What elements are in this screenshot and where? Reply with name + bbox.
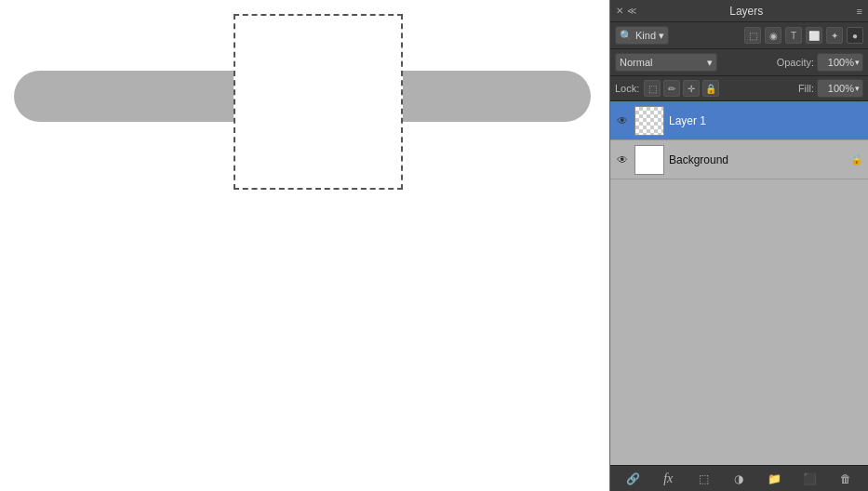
layer1-name: Layer 1	[669, 114, 863, 127]
opacity-input[interactable]: 100% ▾	[817, 53, 863, 72]
blend-mode-arrow: ▾	[707, 57, 713, 69]
background-lock-icon: 🔒	[850, 153, 863, 166]
opacity-group: Opacity: 100% ▾	[777, 53, 863, 72]
lock-transparent-button[interactable]: ⬚	[644, 80, 661, 97]
filter-smart-button[interactable]: ✦	[826, 27, 843, 44]
delete-layer-button[interactable]: 🗑	[836, 470, 855, 488]
lock-row: Lock: ⬚ ✏ ✛ 🔒 Fill: 100% ▾	[610, 76, 868, 101]
panel-title: Layers	[729, 5, 763, 18]
fill-group: Fill: 100% ▾	[798, 79, 863, 98]
layer1-visibility-toggle[interactable]: 👁	[615, 113, 630, 128]
lock-all-button[interactable]: 🔒	[702, 80, 719, 97]
filter-shape-button[interactable]: ⬜	[806, 27, 822, 44]
lock-move-button[interactable]: ✛	[683, 80, 700, 97]
blend-opacity-row: Normal ▾ Opacity: 100% ▾	[610, 49, 868, 76]
layers-panel: ✕ ≪ Layers ≡ 🔍 Kind ▾ ⬚ ◉ T ⬜ ✦ ● Normal…	[609, 0, 868, 491]
filter-pixel-button[interactable]: ⬚	[744, 27, 761, 44]
background-visibility-toggle[interactable]: 👁	[615, 153, 630, 167]
blend-mode-label: Normal	[620, 57, 652, 68]
link-layers-button[interactable]: 🔗	[623, 470, 642, 488]
panel-header: ✕ ≪ Layers ≡	[610, 0, 868, 22]
layer-item-layer1[interactable]: 👁 Layer 1	[610, 101, 868, 140]
selection-box	[234, 14, 403, 190]
lock-icons: ⬚ ✏ ✛ 🔒	[644, 80, 719, 97]
layer-effects-button[interactable]: fx	[659, 470, 677, 488]
lock-paint-button[interactable]: ✏	[663, 80, 680, 97]
group-layers-button[interactable]: 📁	[766, 470, 784, 488]
panel-footer: 🔗 fx ⬚ ◑ 📁 ⬛ 🗑	[610, 465, 868, 491]
lock-label: Lock:	[615, 83, 639, 94]
filter-bar: 🔍 Kind ▾ ⬚ ◉ T ⬜ ✦ ●	[610, 22, 868, 49]
panel-menu-button[interactable]: ≡	[857, 6, 862, 17]
panel-close-button[interactable]: ✕	[616, 6, 623, 16]
new-layer-button[interactable]: ⬛	[801, 470, 820, 488]
background-name: Background	[669, 153, 846, 166]
background-thumbnail	[634, 145, 664, 175]
kind-dropdown[interactable]: 🔍 Kind ▾	[615, 26, 669, 45]
fill-label: Fill:	[798, 83, 814, 94]
filter-toggle-button[interactable]: ●	[847, 27, 863, 44]
filter-adjustment-button[interactable]: ◉	[765, 27, 781, 44]
kind-arrow: ▾	[659, 30, 664, 42]
filter-type-button[interactable]: T	[785, 27, 802, 44]
layers-list: 👁 Layer 1 👁 Background 🔒	[610, 101, 868, 465]
kind-label: Kind	[635, 30, 656, 41]
filter-icons: ⬚ ◉ T ⬜ ✦ ●	[744, 27, 863, 44]
layer1-thumbnail	[634, 106, 664, 136]
add-mask-button[interactable]: ⬚	[694, 470, 713, 488]
canvas-area	[0, 0, 609, 491]
fill-input[interactable]: 100% ▾	[817, 79, 863, 98]
opacity-label: Opacity:	[777, 57, 814, 68]
layer-item-background[interactable]: 👁 Background 🔒	[610, 140, 868, 179]
blend-mode-dropdown[interactable]: Normal ▾	[615, 53, 717, 72]
panel-collapse-button[interactable]: ≪	[627, 6, 636, 16]
adjustment-layer-button[interactable]: ◑	[729, 470, 748, 488]
